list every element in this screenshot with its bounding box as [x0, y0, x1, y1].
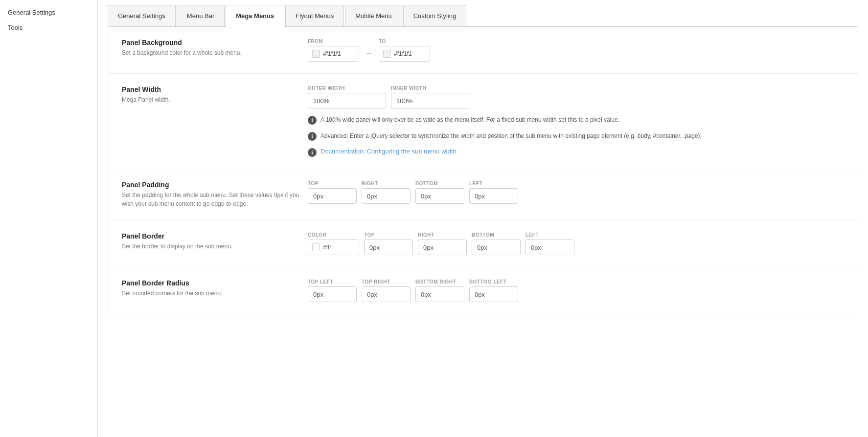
from-field: FROM: [308, 39, 359, 62]
width-inputs: OUTER WIDTH INNER WIDTH: [308, 86, 844, 109]
inner-width-input[interactable]: [391, 93, 469, 109]
to-field: TO: [379, 39, 430, 62]
padding-right-field: RIGHT: [362, 181, 411, 204]
padding-left-input[interactable]: [469, 188, 518, 204]
panel-width-title: Panel Width: [122, 86, 308, 93]
border-radius-top-left-input[interactable]: [308, 286, 357, 302]
border-radius-inputs: TOP LEFT TOP RIGHT BOTTOM RIGHT BOT: [308, 279, 844, 302]
panel-border-radius-label: Panel Border Radius Set rounded corners …: [122, 279, 308, 298]
border-top-field: TOP: [364, 232, 413, 255]
border-color-swatch[interactable]: [312, 243, 320, 251]
to-color-field[interactable]: [379, 46, 430, 62]
panel-padding-desc: Set the padding for the whole sub menu. …: [122, 191, 308, 208]
info-block-2: i Advanced: Enter a jQuery selector to s…: [308, 131, 844, 141]
border-color-label: COLOR: [308, 232, 359, 238]
padding-right-label: RIGHT: [362, 181, 411, 186]
to-color-swatch[interactable]: [383, 50, 391, 58]
arrow-right-icon: →: [365, 49, 373, 57]
padding-right-input[interactable]: [362, 188, 411, 204]
border-right-field: RIGHT: [418, 232, 467, 255]
panel-border-radius-title: Panel Border Radius: [122, 279, 308, 287]
border-radius-bottom-right-label: BOTTOM RIGHT: [415, 279, 464, 284]
tab-mega-menus[interactable]: Mega Menus: [226, 5, 284, 27]
padding-bottom-label: BOTTOM: [415, 181, 464, 186]
border-radius-bottom-right-input[interactable]: [415, 286, 464, 302]
panel-background-controls: FROM → TO: [308, 39, 844, 62]
panel-padding-label: Panel Padding Set the padding for the wh…: [122, 181, 308, 208]
panel-background-title: Panel Background: [122, 39, 308, 46]
panel-padding-title: Panel Padding: [122, 181, 308, 189]
border-top-label: TOP: [364, 232, 413, 238]
panel-border-desc: Set the border to display on the sub men…: [122, 242, 308, 251]
panel-padding-controls: TOP RIGHT BOTTOM LEFT: [308, 181, 844, 204]
panel-border-title: Panel Border: [122, 232, 308, 240]
panel-border-radius-desc: Set rounded corners for the sub menu.: [122, 289, 308, 298]
section-panel-width: Panel Width Mega Panel width. OUTER WIDT…: [108, 74, 858, 169]
from-color-field[interactable]: [308, 46, 359, 62]
padding-left-label: LEFT: [469, 181, 518, 186]
border-radius-top-right-input[interactable]: [362, 286, 411, 302]
border-left-field: LEFT: [525, 232, 574, 255]
app-layout: General Settings Tools General Settings …: [0, 0, 868, 437]
panel-background-label: Panel Background Set a background color …: [122, 39, 308, 57]
main-content: General Settings Menu Bar Mega Menus Fly…: [98, 0, 868, 437]
border-bottom-label: BOTTOM: [472, 232, 521, 238]
border-radius-top-left-label: TOP LEFT: [308, 279, 357, 284]
border-radius-bottom-left-field: BOTTOM LEFT: [469, 279, 518, 302]
border-color-swatch-field[interactable]: [308, 240, 359, 255]
section-panel-padding: Panel Padding Set the padding for the wh…: [108, 169, 858, 220]
to-label: TO: [379, 39, 430, 44]
tab-menu-bar[interactable]: Menu Bar: [177, 5, 225, 26]
border-left-label: LEFT: [525, 232, 574, 238]
tabs-bar: General Settings Menu Bar Mega Menus Fly…: [108, 0, 858, 27]
panel-background-desc: Set a background color for a whole sub m…: [122, 48, 308, 57]
from-color-swatch[interactable]: [312, 50, 320, 58]
outer-width-field: OUTER WIDTH: [308, 86, 386, 109]
panel-border-radius-controls: TOP LEFT TOP RIGHT BOTTOM RIGHT BOT: [308, 279, 844, 302]
section-panel-background: Panel Background Set a background color …: [108, 27, 858, 74]
padding-top-input[interactable]: [308, 188, 357, 204]
outer-width-label: OUTER WIDTH: [308, 86, 386, 91]
border-radius-top-right-label: TOP RIGHT: [362, 279, 411, 284]
border-top-input[interactable]: [364, 240, 413, 255]
settings-panel: Panel Background Set a background color …: [108, 27, 858, 314]
border-inputs: COLOR TOP RIGHT: [308, 232, 844, 255]
info-icon-1: i: [308, 116, 317, 125]
docs-link[interactable]: Documentation: Configuring the sub menu …: [320, 148, 457, 155]
inner-width-field: INNER WIDTH: [391, 86, 469, 109]
border-bottom-input[interactable]: [472, 240, 521, 255]
border-right-label: RIGHT: [418, 232, 467, 238]
border-radius-bottom-right-field: BOTTOM RIGHT: [415, 279, 464, 302]
border-right-input[interactable]: [418, 240, 467, 255]
tab-mobile-menu[interactable]: Mobile Menu: [345, 5, 402, 26]
padding-bottom-input[interactable]: [415, 188, 464, 204]
border-left-input[interactable]: [525, 240, 574, 255]
panel-border-controls: COLOR TOP RIGHT: [308, 232, 844, 255]
sidebar-item-tools[interactable]: Tools: [0, 20, 97, 35]
from-color-input[interactable]: [323, 50, 355, 57]
border-color-field: COLOR: [308, 232, 359, 255]
tab-custom-styling[interactable]: Custom Styling: [403, 5, 466, 26]
sidebar-item-general-settings[interactable]: General Settings: [0, 5, 97, 20]
section-panel-border-radius: Panel Border Radius Set rounded corners …: [108, 267, 858, 314]
outer-width-input[interactable]: [308, 93, 386, 109]
to-color-input[interactable]: [394, 50, 426, 57]
sidebar: General Settings Tools: [0, 0, 98, 437]
padding-top-field: TOP: [308, 181, 357, 204]
tab-flyout-menus[interactable]: Flyout Menus: [285, 5, 344, 26]
border-radius-bottom-left-input[interactable]: [469, 286, 518, 302]
panel-border-label: Panel Border Set the border to display o…: [122, 232, 308, 251]
border-bottom-field: BOTTOM: [472, 232, 521, 255]
inner-width-label: INNER WIDTH: [391, 86, 469, 91]
padding-top-label: TOP: [308, 181, 357, 186]
tab-general-settings[interactable]: General Settings: [108, 5, 176, 26]
section-panel-border: Panel Border Set the border to display o…: [108, 220, 858, 267]
info-block-1: i A 100% wide panel will only ever be as…: [308, 115, 844, 125]
border-radius-top-right-field: TOP RIGHT: [362, 279, 411, 302]
border-color-input[interactable]: [323, 244, 355, 251]
info-text-2: Advanced: Enter a jQuery selector to syn…: [320, 131, 702, 140]
panel-width-desc: Mega Panel width.: [122, 95, 308, 104]
panel-width-controls: OUTER WIDTH INNER WIDTH i A 100% wide pa…: [308, 86, 844, 157]
arrow-separator: →: [365, 49, 373, 62]
padding-bottom-field: BOTTOM: [415, 181, 464, 204]
